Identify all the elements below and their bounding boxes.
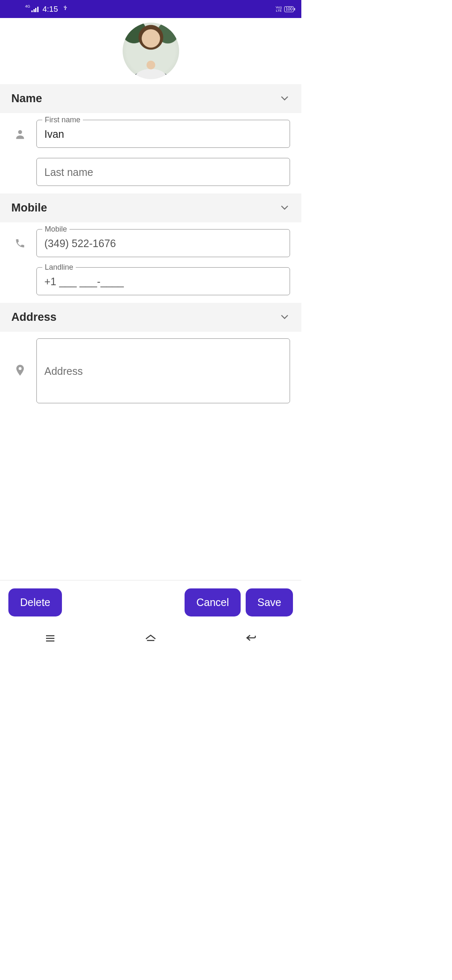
- system-nav-bar: [0, 624, 301, 653]
- landline-label: Landline: [42, 263, 76, 272]
- network-indicator: 4G: [25, 6, 39, 12]
- mobile-field[interactable]: Mobile (349) 522-1676: [36, 229, 290, 257]
- action-bar: Delete Cancel Save: [0, 580, 301, 624]
- person-icon: [11, 128, 29, 140]
- delete-button[interactable]: Delete: [8, 588, 62, 616]
- section-header-address[interactable]: Address: [0, 303, 301, 332]
- section-body-mobile: Mobile (349) 522-1676 Landline +1 ___ __…: [0, 222, 301, 303]
- section-title: Name: [11, 92, 42, 105]
- cancel-button[interactable]: Cancel: [185, 588, 241, 616]
- address-input[interactable]: Address: [36, 338, 290, 403]
- status-bar: 4G 4:15 Vo)) LTE 100: [0, 0, 301, 18]
- section-header-name[interactable]: Name: [0, 84, 301, 113]
- first-name-label: First name: [42, 116, 83, 124]
- section-title: Address: [11, 311, 56, 324]
- mobile-label: Mobile: [42, 225, 69, 234]
- usb-icon: [62, 4, 68, 14]
- signal-icon: [31, 6, 39, 12]
- chevron-down-icon: [279, 202, 290, 214]
- address-field[interactable]: Address: [36, 338, 290, 403]
- last-name-input[interactable]: Last name: [36, 158, 290, 186]
- section-body-name: First name Ivan Last name: [0, 113, 301, 193]
- landline-field[interactable]: Landline +1 ___ ___-____: [36, 267, 290, 295]
- status-right: Vo)) LTE 100: [276, 6, 294, 13]
- form-content: Name First name Ivan Last name Mobile: [0, 18, 301, 580]
- mobile-input[interactable]: (349) 522-1676: [36, 229, 290, 257]
- save-button[interactable]: Save: [246, 588, 293, 616]
- home-icon[interactable]: [144, 632, 157, 646]
- status-left: 4G 4:15: [25, 4, 68, 14]
- back-icon[interactable]: [245, 632, 257, 646]
- chevron-down-icon: [279, 93, 290, 105]
- phone-icon: [11, 238, 29, 249]
- section-header-mobile[interactable]: Mobile: [0, 193, 301, 222]
- location-pin-icon: [11, 365, 29, 377]
- first-name-field[interactable]: First name Ivan: [36, 120, 290, 148]
- section-body-address: Address: [0, 332, 301, 411]
- network-label: 4G: [25, 5, 30, 8]
- recents-icon[interactable]: [44, 632, 56, 646]
- avatar-container: [0, 18, 301, 84]
- battery-indicator: 100: [284, 6, 294, 12]
- chevron-down-icon: [279, 311, 290, 324]
- last-name-field[interactable]: Last name: [36, 158, 290, 186]
- volte-indicator: Vo)) LTE: [276, 6, 282, 13]
- section-title: Mobile: [11, 201, 47, 214]
- avatar[interactable]: [123, 23, 179, 79]
- svg-point-0: [18, 130, 22, 134]
- status-time: 4:15: [43, 5, 58, 14]
